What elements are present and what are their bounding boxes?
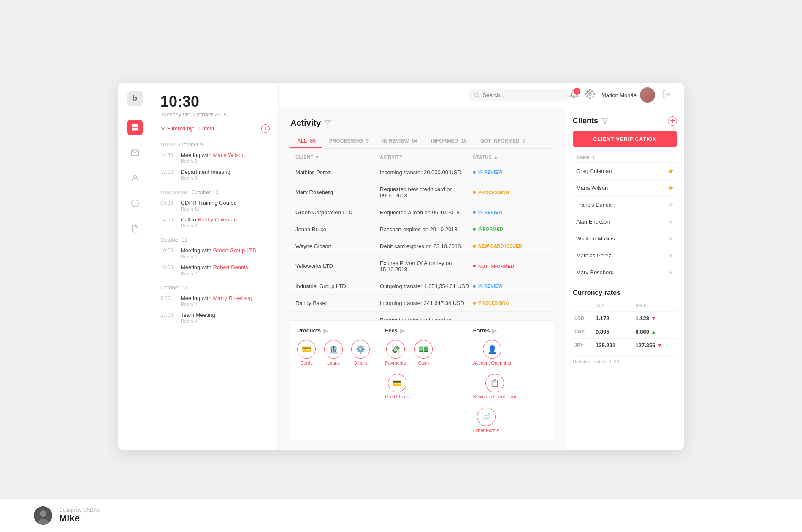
client-star[interactable]: ★: [668, 235, 674, 243]
event-name-link[interactable]: Green Group LTD: [213, 247, 257, 254]
event-details: Meeting with Maria WilsonRoom 2: [181, 152, 245, 164]
client-star[interactable]: ★: [668, 251, 674, 259]
client-star[interactable]: ★: [668, 218, 674, 226]
event-name-link[interactable]: Maria Wilson: [213, 152, 245, 158]
status-badge: IN REVIEW: [473, 170, 549, 175]
status-badge: INFORMED: [473, 227, 549, 232]
fees-title: Fees ▶: [385, 327, 459, 334]
client-row[interactable]: Mary Roseberg★: [573, 264, 677, 281]
event-name-link[interactable]: Robert Dennis: [213, 264, 248, 270]
activity-tabs: ALL 85PROCESSING 9IN REVIEW 54INFORMED 1…: [290, 135, 554, 149]
status-badge: NOT INFORMED: [473, 264, 549, 269]
event-title: Meeting with Green Group LTD: [181, 247, 257, 254]
product-icon-item[interactable]: 📄Other Forms: [473, 408, 499, 433]
client-star[interactable]: ★: [668, 268, 674, 276]
client-row[interactable]: Winifred Mullins★: [573, 230, 677, 247]
svg-point-17: [40, 510, 46, 516]
activity-tab[interactable]: IN REVIEW 54: [376, 135, 424, 148]
table-row[interactable]: Industrial Group LTDOutgoing transfer 1,…: [290, 278, 554, 294]
event-time: 9:00: [160, 295, 176, 307]
client-row[interactable]: Greg Coleman★: [573, 162, 677, 179]
product-icon-item[interactable]: 💵Cash: [414, 340, 433, 365]
sidebar-item-info[interactable]: [127, 196, 143, 211]
table-row[interactable]: Yelloworks LTDExpires Power Of Attorney …: [290, 254, 554, 278]
table-row[interactable]: Jenna BrucePassport expires on 20.10.201…: [290, 221, 554, 238]
product-icon-item[interactable]: 🏦Loans: [324, 340, 343, 365]
activity-title: Activity: [290, 118, 321, 128]
product-icon-item[interactable]: 💳Credit Fees: [385, 374, 409, 399]
footer-avatar: [34, 506, 52, 525]
client-row[interactable]: Alan Erickson★: [573, 213, 677, 230]
activity-description: Requested a loan on 06.10.2018.: [380, 209, 473, 216]
client-name: Mathias Perez: [295, 169, 380, 176]
client-name: Mary Roseberg: [295, 189, 380, 195]
client-row[interactable]: Francis Duncan★: [573, 196, 677, 213]
forms-arrow[interactable]: ▶: [492, 327, 497, 334]
svg-point-10: [474, 93, 478, 96]
footer-text: Design by UXDA's Mike: [59, 507, 100, 524]
product-icon-item[interactable]: 📋Business Client Card: [473, 374, 517, 399]
activity-tab[interactable]: NOT INFORMED 7: [474, 135, 532, 148]
logout-button[interactable]: [662, 89, 671, 100]
client-name: Mathias Perez: [576, 252, 611, 259]
client-star[interactable]: ★: [668, 184, 674, 192]
client-row[interactable]: Mathias Perez★: [573, 247, 677, 264]
currency-col-sell: SELL: [636, 303, 676, 308]
event-details: Meeting with Robert DennisRoom 4: [181, 264, 248, 276]
user-info[interactable]: Marion Monäe: [602, 87, 655, 103]
table-row[interactable]: Green Corporation LTDRequested a loan on…: [290, 204, 554, 221]
search-icon: [474, 92, 480, 98]
table-row[interactable]: Mary RosebergRequested new credit card o…: [290, 181, 554, 204]
svg-marker-15: [602, 119, 607, 124]
activity-tab[interactable]: INFORMED 15: [424, 135, 474, 148]
product-icon-item[interactable]: 💳Cards: [297, 340, 316, 365]
status-badge: IN REVIEW: [473, 284, 549, 289]
currency-row: USD1.1721.128 ▼: [573, 311, 677, 325]
product-icon-item[interactable]: ⚙️Others: [351, 340, 370, 365]
client-star[interactable]: ★: [668, 167, 674, 175]
event-name-link[interactable]: Bobby Coleman: [198, 216, 237, 223]
product-icon-item[interactable]: 👤Account Openning: [473, 340, 512, 365]
notification-button[interactable]: 7: [569, 89, 579, 100]
client-row[interactable]: Maria Wilson★: [573, 179, 677, 196]
sidebar-item-document[interactable]: [127, 221, 143, 236]
table-row[interactable]: Wayne GibsonDebit card expires on 23.10.…: [290, 238, 554, 254]
activity-tab[interactable]: ALL 85: [290, 135, 322, 148]
activity-description: Passport expires on 20.10.2018.: [380, 226, 473, 232]
client-star[interactable]: ★: [668, 201, 674, 209]
search-box[interactable]: [468, 89, 569, 101]
settings-button[interactable]: [585, 89, 595, 100]
filter-prefix: Filtered by:: [167, 126, 195, 132]
products-arrow[interactable]: ▶: [323, 327, 328, 334]
products-section: Products ▶ 💳Cards🏦Loans⚙️Others: [290, 327, 378, 440]
sidebar: b: [118, 83, 152, 450]
event-room: Room 32: [181, 206, 237, 211]
activity-tab[interactable]: PROCESSING 9: [322, 135, 376, 148]
event-details: Team MeetingRoom 4: [181, 312, 215, 324]
currency-row: JPY128.291127.356 ▼: [573, 338, 677, 352]
table-row[interactable]: Randy BakerIncoming transfer 241,647.34 …: [290, 294, 554, 311]
search-input[interactable]: [483, 92, 564, 98]
event-name-link[interactable]: Marry Roseberg: [213, 295, 252, 301]
sidebar-item-user[interactable]: [127, 170, 143, 186]
sidebar-item-grid[interactable]: [127, 120, 143, 135]
client-name: Winifred Mullins: [576, 235, 615, 242]
col-status: Status ▲: [473, 154, 549, 159]
table-row[interactable]: Mathias PerezIncoming transfer 20,000.00…: [290, 164, 554, 181]
activity-description: Requested new credit card on 09.10.2018.: [380, 317, 473, 320]
sidebar-item-mail[interactable]: [127, 145, 143, 160]
currency-buy: 1.172: [596, 315, 636, 321]
content-area: Activity ALL 85PROCESSING 9IN REVIEW 54I…: [279, 108, 684, 450]
currency-buy: 128.291: [596, 342, 636, 348]
verify-button[interactable]: CLIENT VERIFICATION: [573, 131, 677, 147]
table-row[interactable]: Dean PooleRequested new credit card on 0…: [290, 311, 554, 320]
fees-arrow[interactable]: ▶: [400, 327, 405, 334]
add-client-button[interactable]: +: [668, 116, 677, 126]
event-title: Meeting with Marry Roseberg: [181, 295, 252, 301]
add-filter-button[interactable]: +: [261, 124, 270, 133]
client-name: Alan Erickson: [576, 219, 610, 225]
calendar-day-section: TOMORROWOctober 1009:30GDPR Training Cou…: [160, 189, 270, 228]
currency-row: GBP0.8950.860 ▲: [573, 325, 677, 338]
product-icon-item[interactable]: 💸Payments: [385, 340, 406, 365]
day-header: TOMORROWOctober 10: [160, 189, 270, 195]
